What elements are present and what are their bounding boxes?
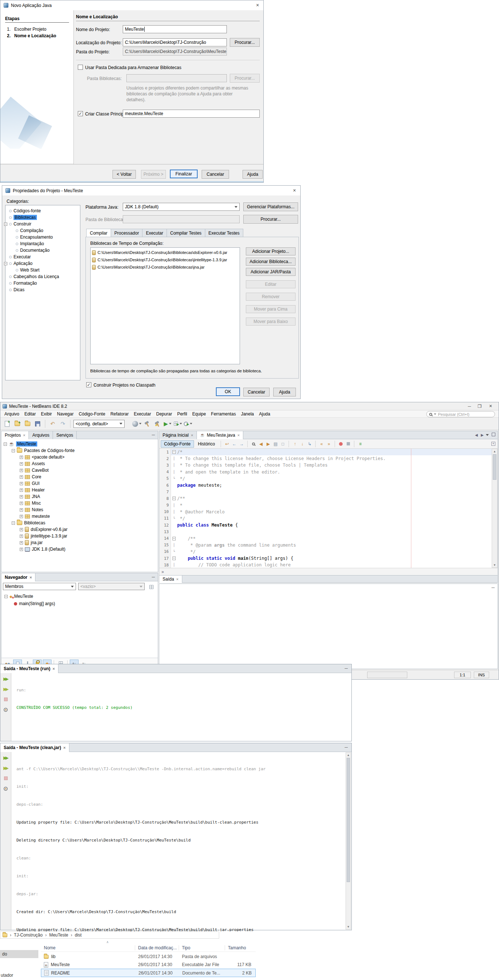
expand-icon[interactable]: + xyxy=(20,535,23,538)
cancel-button[interactable]: Cancelar xyxy=(243,388,270,396)
close-icon[interactable]: × xyxy=(52,667,55,671)
tab-compilar[interactable]: Compilar xyxy=(86,229,111,237)
close-icon[interactable]: × xyxy=(30,575,32,579)
menu-janela[interactable]: Janela xyxy=(238,411,256,417)
clean-vertical-scrollbar[interactable]: ▲ ▼ xyxy=(346,752,351,929)
java-platform-combo[interactable]: JDK 1.8 (Default) xyxy=(123,203,240,211)
library-row[interactable]: C:\Users\Marcelo\Desktop\TJ-Construção\B… xyxy=(92,264,238,271)
new-file-button[interactable]: + xyxy=(3,420,11,428)
clean-build-button[interactable] xyxy=(153,420,162,428)
navigator-method-item[interactable]: main(String[] args) xyxy=(14,600,55,607)
highlight-button[interactable]: ▤ xyxy=(272,441,279,447)
tree-item-core[interactable]: +Core xyxy=(20,474,41,480)
finish-button[interactable]: Finalizar xyxy=(170,170,198,178)
fold-icon[interactable]: − xyxy=(172,557,176,560)
tab-processador[interactable]: Processador xyxy=(111,229,143,237)
category-documentacao[interactable]: Documentação xyxy=(16,247,50,254)
navigator-class-item[interactable]: −◆MeuTeste xyxy=(5,593,33,600)
menu-ferramentas[interactable]: Ferramentas xyxy=(208,411,238,417)
shift-left-button[interactable]: « xyxy=(318,441,325,447)
compile-libraries-list[interactable]: C:\Users\Marcelo\Desktop\TJ-Construção\B… xyxy=(90,247,240,364)
properties-titlebar[interactable]: Propriedades do Projeto - MeuTeste xyxy=(2,186,300,196)
minimize-icon[interactable]: ─ xyxy=(152,574,155,579)
scroll-down-icon[interactable]: ▼ xyxy=(492,563,497,568)
ide-titlebar[interactable]: MeuTeste - NetBeans IDE 8.2 xyxy=(0,402,499,410)
editor-split-icon[interactable]: + xyxy=(491,442,495,446)
category-bibliotecas[interactable]: Bibliotecas xyxy=(9,214,37,221)
add-jar-folder-button[interactable]: Adicionar JAR/Pasta xyxy=(246,268,296,276)
crumb-dist[interactable]: dist xyxy=(75,932,82,938)
tree-item-assets[interactable]: +Assets xyxy=(20,460,45,467)
expand-icon[interactable]: + xyxy=(20,515,23,518)
browse-location-button[interactable]: Procurar... xyxy=(230,38,260,47)
scroll-up-icon[interactable]: ▲ xyxy=(492,449,497,454)
expand-icon[interactable]: + xyxy=(20,456,23,459)
build-project-button[interactable] xyxy=(143,420,152,428)
expand-icon[interactable]: + xyxy=(20,488,23,492)
category-dicas[interactable]: Dicas xyxy=(9,286,24,293)
menu-editar[interactable]: Editar xyxy=(22,411,38,417)
expand-icon[interactable]: + xyxy=(20,482,23,485)
editor-vertical-scrollbar[interactable]: ▲ ▼ xyxy=(492,449,497,568)
scrollbar-thumb[interactable] xyxy=(346,758,350,882)
menu-refatorar[interactable]: Refatorar xyxy=(108,411,131,417)
category-codigos-fonte[interactable]: Códigos-fonte xyxy=(9,208,41,214)
quick-search-box[interactable]: Pesquisar (Ctrl+I) xyxy=(426,411,495,417)
close-icon[interactable]: × xyxy=(254,3,261,8)
column-header-tamanho[interactable]: Tamanho xyxy=(225,945,254,950)
expand-icon[interactable]: + xyxy=(20,502,23,505)
rerun-icon[interactable]: ▶▶ xyxy=(2,754,10,762)
scroll-tabs-right-icon[interactable]: ▶ xyxy=(481,433,484,437)
settings-icon[interactable] xyxy=(2,785,10,792)
create-main-class-checkbox[interactable]: ✓ xyxy=(78,111,83,116)
fold-icon[interactable]: − xyxy=(172,450,176,454)
menu-exibir[interactable]: Exibir xyxy=(38,411,54,417)
expand-icon[interactable]: + xyxy=(20,541,23,544)
tree-item-meuteste-root[interactable]: −☕MeuTeste xyxy=(4,441,37,447)
settings-icon[interactable] xyxy=(2,706,10,713)
category-encapsulamento[interactable]: Encapsulamento xyxy=(16,234,52,240)
move-down-button[interactable]: ↓ xyxy=(299,441,305,447)
close-icon[interactable]: × xyxy=(488,403,494,409)
history-view-button[interactable]: Histórico xyxy=(195,440,218,448)
tree-item-misc[interactable]: +Misc xyxy=(20,500,41,506)
minimize-icon[interactable]: ─ xyxy=(467,404,472,409)
wizard-titlebar[interactable]: Novo Aplicação Java xyxy=(0,0,263,10)
comment-button[interactable]: ≡ xyxy=(357,441,364,447)
open-project-button[interactable] xyxy=(23,420,32,428)
fold-icon[interactable]: − xyxy=(172,537,176,541)
menu-executar[interactable]: Executar xyxy=(131,411,153,417)
new-project-button[interactable]: + xyxy=(13,420,22,428)
undo-button[interactable]: ↶ xyxy=(48,420,57,428)
column-header-tipo[interactable]: Tipo xyxy=(179,945,225,950)
tab-projetos[interactable]: Projetos× xyxy=(2,431,29,439)
close-icon[interactable]: × xyxy=(191,433,193,438)
help-button[interactable]: Ajuda xyxy=(243,170,263,179)
file-row-meuteste-jar[interactable]: ☕MeuTeste 26/01/2017 14:30 Executable Ja… xyxy=(41,961,256,969)
tree-item-cavebot[interactable]: +CaveBot xyxy=(20,467,49,474)
menu-navegar[interactable]: Navegar xyxy=(54,411,76,417)
menu-codigo-fonte[interactable]: Código-Fonte xyxy=(76,411,108,417)
rerun-with-options-icon[interactable]: ▶▶ xyxy=(2,764,10,772)
category-construir[interactable]: −Construir xyxy=(4,221,32,227)
start-macro-recording-button[interactable] xyxy=(337,441,344,447)
expand-icon[interactable]: + xyxy=(20,469,23,472)
crumb-meuteste[interactable]: MeuTeste xyxy=(49,932,68,938)
run-console[interactable]: run: CONSTRUÍDO COM SUCESSO (tempo total… xyxy=(16,675,350,723)
minimize-icon[interactable]: ─ xyxy=(152,432,155,438)
forward-button[interactable]: → xyxy=(238,441,245,447)
sidebar-item-computador[interactable]: utador xyxy=(1,973,13,978)
category-implantacao[interactable]: Implantação xyxy=(16,240,44,247)
file-row-lib[interactable]: lib 26/01/2017 14:30 Pasta de arquivos xyxy=(41,953,256,961)
close-icon[interactable]: × xyxy=(23,433,25,438)
close-icon[interactable]: × xyxy=(176,577,178,581)
maximize-icon[interactable]: ❐ xyxy=(477,404,483,409)
scrollbar-thumb[interactable] xyxy=(493,454,496,480)
debug-project-button[interactable]: ▶ xyxy=(173,420,182,428)
scroll-up-icon[interactable]: ▲ xyxy=(346,753,351,757)
breadcrumb[interactable]: › TJ-Construção › MeuTeste › dist xyxy=(0,931,219,939)
tree-item-jna-jar[interactable]: +jna.jar xyxy=(20,539,43,546)
expand-icon[interactable]: + xyxy=(20,508,23,512)
crumb-tj-construcao[interactable]: TJ-Construção xyxy=(14,932,43,938)
maximize-editor-icon[interactable] xyxy=(492,433,495,436)
